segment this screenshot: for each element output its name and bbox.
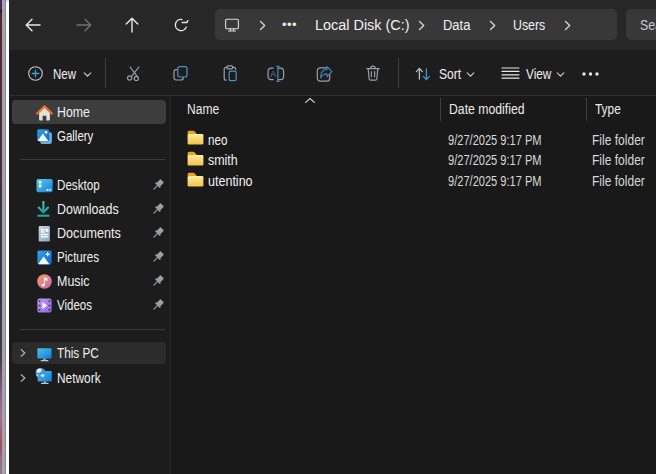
svg-text:A: A <box>270 69 276 79</box>
